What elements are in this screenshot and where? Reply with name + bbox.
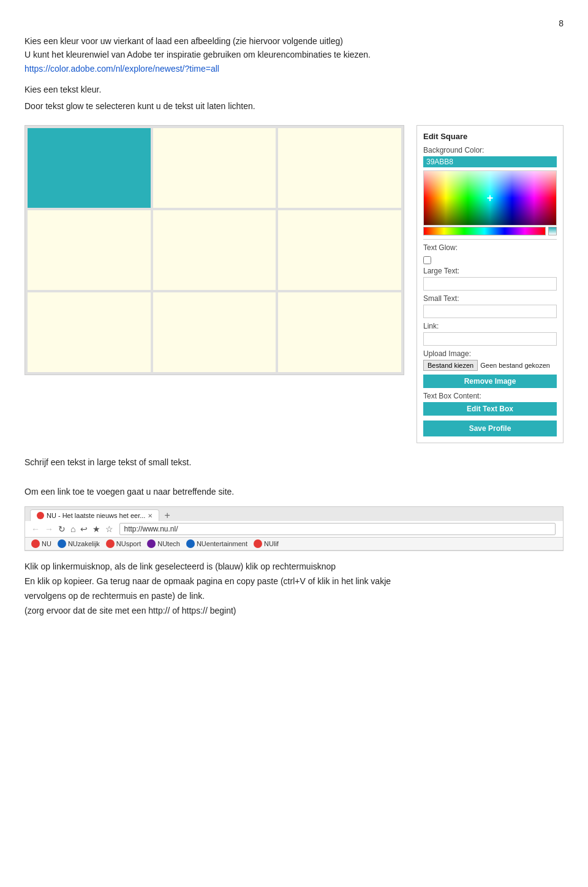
no-file-text: Geen bestand gekozen: [480, 362, 550, 369]
bookmark-nutech-label: NUtech: [157, 540, 180, 547]
bookmark-nusport[interactable]: NUsport: [106, 539, 141, 548]
file-upload-row: Bestand kiezen Geen bestand gekozen: [423, 360, 557, 371]
address-bar[interactable]: [119, 523, 556, 535]
nav-refresh-button[interactable]: ↻: [57, 524, 67, 534]
small-text-input[interactable]: [423, 305, 557, 318]
browser-bookmarks: NU NUzakelijk NUsport NUtech NUentertain…: [25, 538, 563, 550]
nulif-icon: [254, 539, 262, 548]
bookmark-nulif[interactable]: NUlif: [254, 539, 279, 548]
main-area: Edit Square Background Color: 39ABB8 + T…: [24, 125, 564, 443]
browser-nav: ← → ↻ ⌂ ↩ ★ ☆: [25, 521, 563, 538]
small-text-label: Small Text:: [423, 294, 557, 303]
bottom-text-block: Schrijf een tekst in large tekst of smal…: [24, 455, 564, 499]
final-line2: En klik op kopieer. Ga terug naar de opm…: [24, 574, 564, 589]
page-number: 8: [24, 18, 564, 28]
color-value-display: 39ABB8: [426, 158, 453, 166]
text-box-content-label: Text Box Content:: [423, 392, 557, 400]
tab-close-icon[interactable]: ✕: [148, 512, 153, 519]
bookmark-nu-label: NU: [42, 540, 51, 547]
color-input-row[interactable]: 39ABB8: [423, 156, 557, 167]
large-text-label: Large Text:: [423, 267, 557, 275]
color-grid: [24, 125, 404, 375]
save-profile-button[interactable]: Save Profile: [423, 421, 557, 436]
browser-tab-active[interactable]: NU - Het laatste nieuws het eer... ✕: [30, 509, 159, 521]
bookmark-nuentertainment[interactable]: NUentertainment: [186, 539, 247, 548]
intro-line1: Kies een kleur voor uw vierkant of laad …: [24, 34, 564, 48]
bookmark-nuentertainment-label: NUentertainment: [197, 540, 247, 547]
remove-image-button[interactable]: Remove Image: [423, 375, 557, 388]
grid-cell-yellow-7[interactable]: [153, 292, 276, 372]
edit-panel: Edit Square Background Color: 39ABB8 + T…: [417, 125, 564, 443]
grid-cell-yellow-6[interactable]: [28, 292, 151, 372]
text-glow-row: Text Glow:: [423, 243, 557, 254]
nav-bookmark-star-icon[interactable]: ★: [91, 524, 102, 534]
nav-forward-button[interactable]: →: [43, 524, 55, 534]
choose-file-button[interactable]: Bestand kiezen: [423, 360, 478, 371]
edit-panel-title: Edit Square: [423, 132, 557, 141]
color-slider-row: [423, 227, 557, 235]
bookmark-nusport-label: NUsport: [116, 540, 141, 547]
nuentertainment-icon: [186, 539, 195, 548]
nav-back-button[interactable]: ←: [30, 524, 41, 534]
browser-screenshot: NU - Het laatste nieuws het eer... ✕ + ←…: [24, 506, 564, 551]
color-picker[interactable]: +: [423, 170, 557, 226]
final-line4: (zorg ervoor dat de site met een http://…: [24, 604, 564, 619]
tekst-kleur-label: Kies een tekst kleur.: [24, 83, 564, 96]
link-label: Link:: [423, 322, 557, 330]
divider-1: [423, 239, 557, 240]
bookmark-nulif-label: NUlif: [264, 540, 279, 547]
grid-cell-yellow-5[interactable]: [278, 210, 401, 290]
bottom-line2: Om een link toe te voegen gaat u naar be…: [24, 485, 564, 500]
intro-line2: U kunt het kleurenwiel van Adobe ter ins…: [24, 48, 564, 61]
background-color-label: Background Color:: [423, 146, 557, 154]
large-text-input[interactable]: [423, 277, 557, 291]
grid-cell-yellow-2[interactable]: [278, 128, 401, 208]
bookmark-nuzakelijk-label: NUzakelijk: [68, 540, 100, 547]
final-line3: vervolgens op de rechtermuis en paste) d…: [24, 589, 564, 604]
intro-url[interactable]: https://color.adobe.com/nl/explore/newes…: [24, 64, 219, 74]
edit-text-box-button[interactable]: Edit Text Box: [423, 402, 557, 416]
text-glow-checkbox-row: [423, 256, 557, 264]
text-glow-label: Text Glow:: [423, 243, 458, 252]
intro-block: Kies een kleur voor uw vierkant of laad …: [24, 34, 564, 75]
alpha-slider[interactable]: [548, 227, 557, 235]
bookmark-nutech[interactable]: NUtech: [147, 539, 180, 548]
tekst-glow-label: Door tekst glow te selecteren kunt u de …: [24, 99, 564, 113]
nusport-icon: [106, 539, 115, 548]
new-tab-button[interactable]: +: [160, 510, 173, 521]
tab-label: NU - Het laatste nieuws het eer...: [47, 512, 145, 519]
text-glow-checkbox[interactable]: [423, 256, 431, 264]
link-input[interactable]: [423, 332, 557, 346]
nu-icon: [31, 539, 40, 548]
final-line1: Klik op linkermuisknop, als de link gese…: [24, 560, 564, 574]
browser-tabs: NU - Het laatste nieuws het eer... ✕ +: [25, 507, 563, 521]
nav-star-icon[interactable]: ☆: [104, 524, 115, 534]
bookmark-nu[interactable]: NU: [31, 539, 51, 548]
upload-image-label: Upload Image:: [423, 349, 557, 358]
nutech-icon: [147, 539, 156, 548]
grid-cell-yellow-8[interactable]: [278, 292, 401, 372]
grid-cell-yellow-4[interactable]: [153, 210, 276, 290]
nav-home-button[interactable]: ⌂: [69, 524, 77, 534]
final-text-block: Klik op linkermuisknop, als de link gese…: [24, 560, 564, 618]
grid-cell-yellow-1[interactable]: [153, 128, 276, 208]
crosshair-icon: +: [487, 191, 494, 204]
bottom-line1: Schrijf een tekst in large tekst of smal…: [24, 455, 564, 470]
bookmark-nuzakelijk[interactable]: NUzakelijk: [58, 539, 100, 548]
hue-slider[interactable]: [423, 227, 546, 235]
grid-cell-yellow-3[interactable]: [28, 210, 151, 290]
grid-cell-teal[interactable]: [28, 128, 151, 208]
nav-undo-button[interactable]: ↩: [79, 524, 89, 534]
tab-favicon: [37, 512, 44, 519]
nuzakelijk-icon: [58, 539, 66, 548]
color-grid-wrapper: [24, 125, 404, 443]
